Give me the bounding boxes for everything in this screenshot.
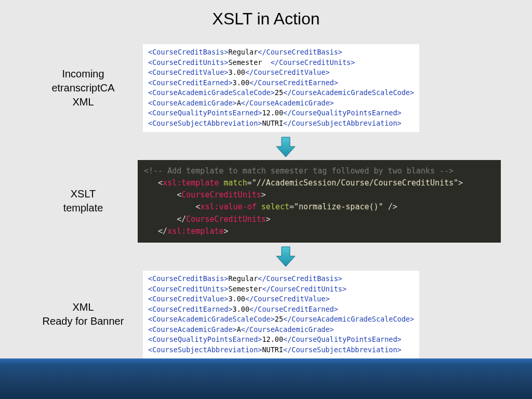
section-ready: XMLReady for Banner <CourseCreditBasis>R… — [23, 271, 501, 358]
label-ready: XMLReady for Banner — [23, 300, 143, 328]
label-incoming: IncomingetranscriptCAXML — [23, 67, 143, 109]
arrow-down-1 — [122, 136, 449, 158]
code-incoming-xml: <CourseCreditBasis>Regular</CourseCredit… — [143, 44, 419, 132]
footer-bar — [0, 358, 532, 399]
arrow-down-icon — [275, 246, 296, 268]
page-title: XSLT in Action — [0, 0, 532, 29]
code-ready-xml: <CourseCreditBasis>Regular</CourseCredit… — [143, 271, 419, 358]
arrow-down-2 — [122, 246, 449, 268]
section-incoming: IncomingetranscriptCAXML <CourseCreditBa… — [23, 44, 501, 132]
code-xslt-template: <!-- Add template to match semester tag … — [138, 160, 501, 243]
label-xslt: XSLTtemplate — [23, 187, 143, 215]
arrow-down-icon — [275, 136, 296, 158]
section-xslt: XSLTtemplate <!-- Add template to match … — [23, 160, 501, 243]
